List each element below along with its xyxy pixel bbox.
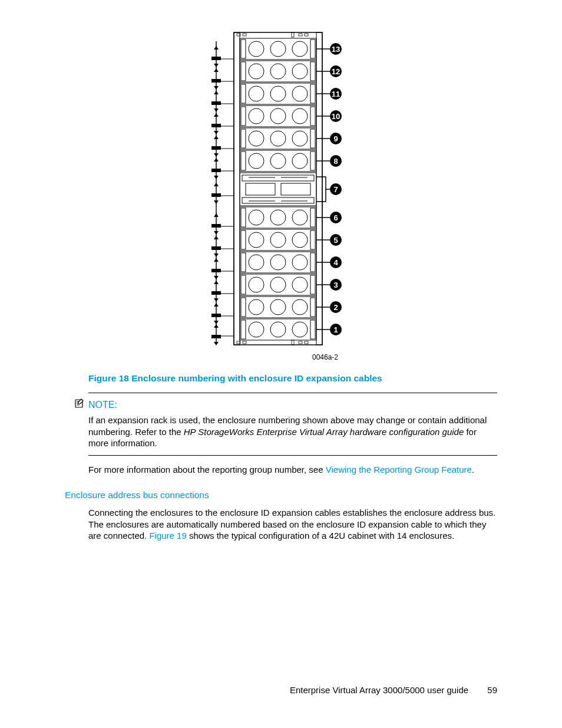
note-block: NOTE: If an expansion rack is used, the … xyxy=(88,393,497,455)
svg-rect-117 xyxy=(211,224,221,228)
callout-9: 9 xyxy=(333,134,338,143)
section-body: Connecting the enclosures to the enclosu… xyxy=(88,507,497,542)
svg-rect-41 xyxy=(241,129,246,148)
svg-rect-114 xyxy=(211,193,221,197)
svg-rect-108 xyxy=(211,146,221,150)
svg-rect-74 xyxy=(241,253,246,272)
svg-point-78 xyxy=(270,277,286,292)
enclosure-rack-svg: 13 12 11 10 9 8 7 6 5 4 3 2 1 xyxy=(204,29,358,348)
svg-rect-9 xyxy=(299,341,302,344)
after-note-text: For more information about the reporting… xyxy=(88,465,326,475)
svg-marker-100 xyxy=(214,86,219,90)
figure-diagram: 13 12 11 10 9 8 7 6 5 4 3 2 1 0046a-2 xyxy=(65,29,497,362)
svg-marker-128 xyxy=(214,303,219,307)
svg-point-73 xyxy=(292,255,308,270)
callout-8: 8 xyxy=(333,157,338,166)
svg-rect-126 xyxy=(211,291,221,295)
callout-1: 1 xyxy=(333,325,338,334)
svg-marker-115 xyxy=(214,200,219,204)
svg-rect-51 xyxy=(242,197,314,203)
svg-marker-103 xyxy=(214,108,219,112)
svg-point-77 xyxy=(249,277,264,292)
svg-rect-132 xyxy=(211,335,221,338)
svg-point-71 xyxy=(249,255,264,270)
svg-point-90 xyxy=(270,322,286,337)
figure-caption: Figure 18 Enclosure numbering with enclo… xyxy=(88,373,497,384)
callout-7: 7 xyxy=(333,185,338,194)
section-body-post: shows the typical configuration of a 42U… xyxy=(187,531,454,541)
callout-10: 10 xyxy=(332,112,340,121)
svg-rect-35 xyxy=(241,107,246,126)
svg-marker-125 xyxy=(214,281,219,284)
svg-rect-12 xyxy=(316,32,322,345)
svg-point-67 xyxy=(292,232,308,248)
svg-rect-18 xyxy=(310,39,315,58)
callout-11: 11 xyxy=(332,90,340,98)
callout-4: 4 xyxy=(333,258,338,267)
svg-point-40 xyxy=(292,131,308,146)
reporting-group-link[interactable]: Viewing the Reporting Group Feature xyxy=(326,465,472,475)
svg-point-61 xyxy=(292,210,308,225)
svg-marker-98 xyxy=(214,68,219,72)
svg-point-20 xyxy=(249,64,264,79)
svg-point-34 xyxy=(292,108,308,124)
svg-point-72 xyxy=(270,255,286,270)
svg-rect-2 xyxy=(243,34,246,36)
svg-rect-62 xyxy=(241,208,246,227)
svg-marker-107 xyxy=(214,136,219,139)
svg-rect-50 xyxy=(242,175,314,181)
svg-rect-93 xyxy=(310,320,315,339)
svg-marker-119 xyxy=(214,236,219,239)
section-heading: Enclosure address bus connections xyxy=(65,489,497,501)
svg-rect-48 xyxy=(310,151,315,170)
svg-rect-23 xyxy=(241,62,246,81)
svg-point-33 xyxy=(270,108,286,124)
note-icon xyxy=(74,398,85,412)
svg-rect-4 xyxy=(299,34,302,36)
svg-rect-80 xyxy=(241,275,246,294)
svg-rect-120 xyxy=(211,246,221,250)
svg-rect-8 xyxy=(292,340,294,345)
svg-rect-47 xyxy=(241,151,246,170)
svg-rect-68 xyxy=(241,230,246,249)
svg-point-89 xyxy=(249,322,264,337)
svg-point-79 xyxy=(292,277,308,292)
svg-rect-52 xyxy=(246,183,275,195)
svg-rect-36 xyxy=(310,107,315,126)
after-note-suffix: . xyxy=(472,465,474,475)
svg-marker-121 xyxy=(214,253,219,257)
after-note-paragraph: For more information about the reporting… xyxy=(88,464,497,476)
svg-point-65 xyxy=(249,232,264,248)
svg-rect-123 xyxy=(211,269,221,272)
svg-marker-112 xyxy=(214,176,219,179)
svg-point-15 xyxy=(270,41,286,57)
svg-point-83 xyxy=(249,299,264,315)
callouts: 13 12 11 10 9 8 7 6 5 4 3 2 1 xyxy=(316,43,342,335)
page-number: 59 xyxy=(487,685,497,695)
svg-rect-24 xyxy=(310,62,315,81)
svg-marker-110 xyxy=(214,158,219,162)
svg-rect-69 xyxy=(310,230,315,249)
callout-5: 5 xyxy=(333,236,338,245)
svg-point-66 xyxy=(270,232,286,248)
svg-point-60 xyxy=(270,210,286,225)
svg-rect-75 xyxy=(310,253,315,272)
svg-point-16 xyxy=(292,41,308,57)
figure-image-id: 0046a-2 xyxy=(153,353,497,363)
svg-point-84 xyxy=(270,299,286,315)
svg-rect-102 xyxy=(211,101,221,105)
svg-point-21 xyxy=(270,64,286,79)
svg-marker-131 xyxy=(214,324,219,328)
svg-marker-95 xyxy=(214,46,219,50)
figure-19-link[interactable]: Figure 19 xyxy=(149,531,186,541)
svg-marker-97 xyxy=(214,64,219,67)
svg-rect-30 xyxy=(310,84,315,103)
svg-point-26 xyxy=(249,86,264,101)
page-footer: Enterprise Virtual Array 3000/5000 user … xyxy=(290,684,497,696)
callout-3: 3 xyxy=(333,281,338,289)
svg-rect-63 xyxy=(310,208,315,227)
callout-13: 13 xyxy=(332,45,340,54)
svg-marker-101 xyxy=(214,91,219,94)
svg-marker-133 xyxy=(214,342,219,345)
svg-marker-127 xyxy=(214,298,219,302)
